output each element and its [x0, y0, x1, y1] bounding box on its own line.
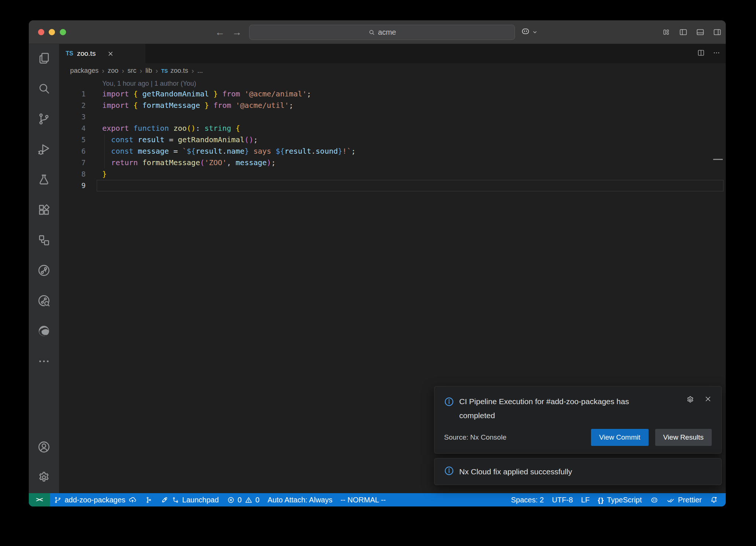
- command-center-search[interactable]: acme: [249, 25, 515, 40]
- statusbar-encoding[interactable]: UTF-8: [548, 493, 577, 506]
- statusbar-notifications-bell[interactable]: [706, 493, 722, 506]
- statusbar-branch-status[interactable]: add-zoo-packages: [50, 493, 141, 506]
- extensions-icon: [37, 203, 51, 218]
- sidebar-item-settings[interactable]: [29, 463, 59, 493]
- navigate-forward-icon[interactable]: →: [232, 27, 242, 37]
- tab-bar: TS zoo.ts: [59, 44, 726, 63]
- sidebar-item-search[interactable]: [29, 74, 59, 105]
- view-commit-button[interactable]: View Commit: [591, 429, 649, 446]
- sidebar-item-edge-tools[interactable]: [29, 317, 59, 347]
- statusbar-indentation[interactable]: Spaces: 2: [507, 493, 548, 506]
- sidebar-item-nx-cloud[interactable]: [29, 286, 59, 317]
- code-line-9: 9: [59, 180, 726, 191]
- nx-console-icon: [37, 263, 51, 279]
- info-icon: [444, 466, 454, 477]
- statusbar-git-graph[interactable]: [141, 493, 157, 506]
- testing-icon: [37, 173, 51, 188]
- breadcrumb-item[interactable]: ...: [197, 67, 203, 75]
- statusbar-vim-mode[interactable]: -- NORMAL --: [336, 493, 390, 506]
- bell-dot-icon: [710, 496, 718, 504]
- sidebar-item-more-views[interactable]: [29, 347, 59, 377]
- braces-icon: {}: [598, 496, 604, 504]
- remote-indicator[interactable]: ><: [29, 493, 50, 506]
- notification-settings-gear-icon[interactable]: [686, 395, 695, 406]
- chevron-down-icon[interactable]: [532, 29, 538, 35]
- customize-layout-icon[interactable]: [658, 28, 675, 36]
- breadcrumb-item[interactable]: packages: [70, 67, 99, 75]
- source-control-icon: [37, 112, 51, 127]
- pr-branch-icon: [172, 496, 179, 504]
- code-line-5: 5 const result = getRandomAnimal();: [59, 134, 726, 146]
- statusbar-launchpad[interactable]: Launchpad: [157, 493, 223, 506]
- git-blame-annotation: You, 1 hour ago | 1 author (You): [59, 78, 726, 88]
- breadcrumb-separator-icon: ›: [192, 66, 194, 75]
- more-views-icon: [37, 354, 51, 370]
- breadcrumb-item[interactable]: zoo: [108, 67, 118, 75]
- statusbar-formatter[interactable]: Prettier: [663, 493, 706, 506]
- sidebar-item-nx-console[interactable]: [29, 256, 59, 286]
- typescript-file-icon: TS: [66, 50, 73, 57]
- info-icon: [444, 397, 454, 408]
- notification-message: CI Pipeline Execution for #add-zoo-packa…: [459, 395, 666, 423]
- nx-cloud-icon: [37, 294, 51, 309]
- more-actions-icon[interactable]: [712, 49, 721, 58]
- cloud-upload-icon: [128, 496, 137, 504]
- sidebar-item-hierarchy[interactable]: [29, 226, 59, 256]
- breadcrumb-item[interactable]: lib: [145, 67, 152, 75]
- double-check-icon: [667, 496, 675, 504]
- split-editor-icon[interactable]: [697, 49, 705, 58]
- sidebar-item-accounts[interactable]: [29, 433, 59, 463]
- navigate-back-icon[interactable]: ←: [215, 27, 225, 37]
- code-line-2: 2import { formatMessage } from '@acme/ut…: [59, 100, 726, 111]
- branch-icon: [54, 496, 62, 504]
- minimize-window-button[interactable]: [49, 29, 55, 35]
- notification-message: Nx Cloud fix applied successfully: [459, 465, 572, 479]
- toggle-panel-icon[interactable]: [692, 28, 709, 37]
- notification-close-icon[interactable]: [704, 395, 712, 406]
- statusbar-problems[interactable]: 00: [223, 493, 264, 506]
- toggle-sidebar-left-icon[interactable]: [675, 28, 692, 37]
- statusbar-auto-attach[interactable]: Auto Attach: Always: [264, 493, 337, 506]
- notification-toast: Nx Cloud fix applied successfully: [434, 458, 722, 485]
- zoom-window-button[interactable]: [60, 29, 66, 35]
- view-results-button[interactable]: View Results: [655, 429, 712, 446]
- notification-toast: CI Pipeline Execution for #add-zoo-packa…: [434, 386, 722, 454]
- breadcrumb-item[interactable]: src: [127, 67, 136, 75]
- explorer-icon: [37, 51, 51, 67]
- git-graph-icon: [145, 496, 152, 504]
- line-number: 7: [59, 157, 86, 168]
- title-bar: ← → acme: [29, 20, 726, 44]
- hierarchy-icon: [37, 233, 51, 249]
- tab-close-icon[interactable]: [107, 51, 114, 57]
- sidebar-item-explorer[interactable]: [29, 44, 59, 74]
- search-value: acme: [378, 28, 396, 37]
- code-line-7: 7 return formatMessage('ZOO', message);: [59, 157, 726, 168]
- sidebar-item-source-control[interactable]: [29, 105, 59, 135]
- code-line-6: 6 const message = `${result.name} says $…: [59, 146, 726, 157]
- breadcrumb-separator-icon: ›: [140, 66, 142, 75]
- copilot-icon: [650, 496, 659, 504]
- sidebar-item-run-and-debug[interactable]: [29, 135, 59, 165]
- current-line-highlight: [97, 180, 724, 191]
- breadcrumb-separator-icon: ›: [122, 66, 124, 75]
- line-number: 4: [59, 123, 86, 134]
- breadcrumb-item[interactable]: TS zoo.ts: [161, 67, 188, 75]
- code-line-4: 4export function zoo(): string {: [59, 123, 726, 134]
- line-number: 3: [59, 111, 86, 123]
- sidebar-item-testing[interactable]: [29, 165, 59, 195]
- statusbar-copilot[interactable]: [646, 493, 663, 506]
- code-line-1: 1import { getRandomAnimal } from '@acme/…: [59, 88, 726, 100]
- copilot-icon[interactable]: [520, 26, 530, 38]
- close-window-button[interactable]: [38, 29, 44, 35]
- warning-icon: [245, 496, 252, 504]
- line-number: 1: [59, 88, 86, 100]
- search-icon: [37, 82, 51, 97]
- statusbar-eol[interactable]: LF: [577, 493, 594, 506]
- tab-zoo-ts[interactable]: TS zoo.ts: [59, 44, 145, 63]
- sidebar-item-extensions[interactable]: [29, 195, 59, 226]
- settings-icon: [37, 470, 51, 486]
- rocket-icon: [161, 496, 169, 504]
- toggle-sidebar-right-icon[interactable]: [709, 28, 726, 37]
- statusbar-language-mode[interactable]: {}TypeScript: [594, 493, 646, 506]
- code-line-3: 3: [59, 111, 726, 123]
